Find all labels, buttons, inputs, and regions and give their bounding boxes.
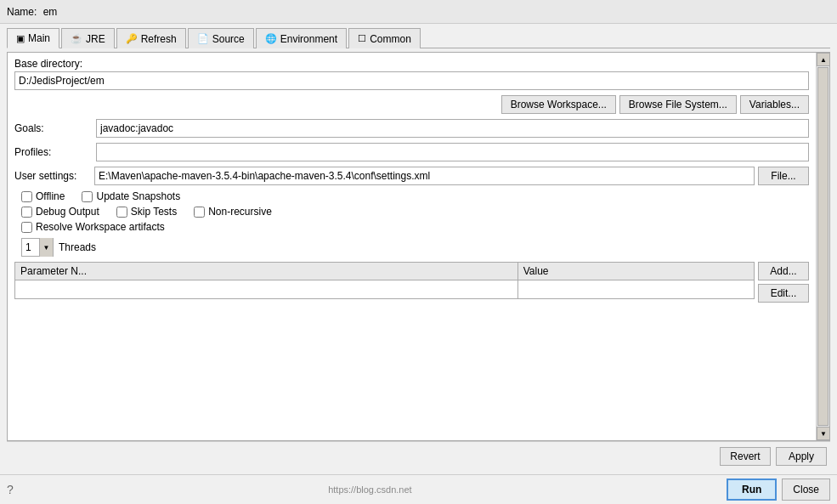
revert-button[interactable]: Revert xyxy=(720,447,771,466)
jre-icon: ☕ xyxy=(71,33,82,44)
source-icon: 📄 xyxy=(197,33,209,44)
skip-tests-checkbox-item[interactable]: Skip Tests xyxy=(116,206,177,218)
browse-buttons-row: Browse Workspace... Browse File System..… xyxy=(14,95,809,114)
dialog-content: ▣ Main ☕ JRE 🔑 Refresh 📄 Source 🌐 Enviro… xyxy=(0,24,837,474)
checkbox-row-1: Offline Update Snapshots xyxy=(21,190,809,202)
profiles-row: Profiles: xyxy=(14,143,809,161)
user-settings-input[interactable] xyxy=(94,167,755,185)
skip-tests-checkbox[interactable] xyxy=(116,207,127,218)
add-button[interactable]: Add... xyxy=(758,262,809,280)
edit-button[interactable]: Edit... xyxy=(758,284,809,303)
offline-label: Offline xyxy=(36,190,65,202)
scrollbar-thumb[interactable] xyxy=(817,67,829,426)
tab-common-label: Common xyxy=(370,33,411,45)
update-snapshots-label: Update Snapshots xyxy=(96,190,180,202)
tab-refresh-label: Refresh xyxy=(141,33,177,45)
tab-environment[interactable]: 🌐 Environment xyxy=(256,28,347,48)
goals-label: Goals: xyxy=(14,122,91,134)
profiles-input[interactable] xyxy=(96,143,809,161)
user-settings-row: User settings: File... xyxy=(14,167,809,185)
scrollbar[interactable]: ▲ ▼ xyxy=(816,53,829,440)
resolve-workspace-checkbox-item[interactable]: Resolve Workspace artifacts xyxy=(21,221,165,233)
file-button[interactable]: File... xyxy=(758,167,809,185)
resolve-workspace-checkbox[interactable] xyxy=(21,222,32,233)
name-static-label: Name: xyxy=(7,6,37,18)
tab-bar: ▣ Main ☕ JRE 🔑 Refresh 📄 Source 🌐 Enviro… xyxy=(7,27,830,48)
bottom-buttons: Revert Apply xyxy=(7,441,830,471)
threads-arrow[interactable]: ▼ xyxy=(39,238,53,257)
close-button[interactable]: Close xyxy=(782,479,830,501)
environment-icon: 🌐 xyxy=(265,33,277,44)
browse-file-system-button[interactable]: Browse File System... xyxy=(619,95,737,114)
table-row-empty xyxy=(15,280,755,299)
params-table-wrap: Parameter N... Value xyxy=(14,262,755,299)
scrollbar-down-button[interactable]: ▼ xyxy=(817,427,830,440)
refresh-icon: 🔑 xyxy=(126,33,138,44)
base-directory-input[interactable] xyxy=(14,71,809,90)
threads-row: 1 ▼ Threads xyxy=(14,238,809,257)
skip-tests-label: Skip Tests xyxy=(131,206,177,218)
resolve-workspace-label: Resolve Workspace artifacts xyxy=(36,221,165,233)
goals-input[interactable] xyxy=(96,119,809,138)
footer-bar: ? https://blog.csdn.net Run Close xyxy=(0,474,837,504)
table-cell-empty-name xyxy=(15,280,518,299)
threads-value: 1 xyxy=(22,241,39,253)
dialog-title-bar: Name: em xyxy=(0,0,837,24)
footer-right-buttons: Run Close xyxy=(727,479,830,501)
dialog: Name: em ▣ Main ☕ JRE 🔑 Refresh 📄 Source xyxy=(0,0,837,504)
profiles-label: Profiles: xyxy=(14,146,91,158)
tab-environment-label: Environment xyxy=(280,33,337,45)
tab-refresh[interactable]: 🔑 Refresh xyxy=(116,28,186,48)
debug-output-checkbox[interactable] xyxy=(21,207,32,218)
params-table: Parameter N... Value xyxy=(14,262,755,299)
update-snapshots-checkbox-item[interactable]: Update Snapshots xyxy=(82,190,180,202)
base-directory-label: Base directory: xyxy=(14,58,809,70)
tab-source[interactable]: 📄 Source xyxy=(188,28,254,48)
threads-label: Threads xyxy=(59,241,96,253)
footer-url: https://blog.csdn.net xyxy=(328,484,411,495)
name-label: Name: em xyxy=(7,6,57,18)
debug-output-checkbox-item[interactable]: Debug Output xyxy=(21,206,99,218)
non-recursive-checkbox[interactable] xyxy=(194,207,205,218)
non-recursive-checkbox-item[interactable]: Non-recursive xyxy=(194,206,272,218)
user-settings-label: User settings: xyxy=(14,170,91,182)
help-icon[interactable]: ? xyxy=(7,483,14,496)
tab-common[interactable]: ☐ Common xyxy=(348,28,421,48)
offline-checkbox-item[interactable]: Offline xyxy=(21,190,65,202)
tab-jre[interactable]: ☕ JRE xyxy=(61,28,115,48)
common-icon: ☐ xyxy=(358,33,366,44)
variables-button[interactable]: Variables... xyxy=(740,95,809,114)
browse-workspace-button[interactable]: Browse Workspace... xyxy=(501,95,616,114)
params-section: Parameter N... Value xyxy=(14,262,809,303)
checkbox-row-3: Resolve Workspace artifacts xyxy=(21,221,809,233)
name-value: em xyxy=(43,6,58,18)
tab-source-label: Source xyxy=(212,33,245,45)
threads-dropdown[interactable]: 1 ▼ xyxy=(21,238,54,257)
base-directory-section: Base directory: xyxy=(14,58,809,90)
offline-checkbox[interactable] xyxy=(21,191,32,202)
update-snapshots-checkbox[interactable] xyxy=(82,191,93,202)
panel-body: Base directory: Browse Workspace... Brow… xyxy=(8,53,816,440)
run-button[interactable]: Run xyxy=(727,479,777,501)
main-panel: Base directory: Browse Workspace... Brow… xyxy=(7,52,830,441)
param-col-value: Value xyxy=(517,263,754,280)
non-recursive-label: Non-recursive xyxy=(208,206,272,218)
table-cell-empty-value xyxy=(517,280,754,299)
tab-main-label: Main xyxy=(28,32,50,44)
checkboxes-section: Offline Update Snapshots Debug Output xyxy=(14,190,809,233)
params-buttons: Add... Edit... xyxy=(758,262,809,303)
checkbox-row-2: Debug Output Skip Tests Non-recursive xyxy=(21,206,809,218)
param-col-name: Parameter N... xyxy=(15,263,518,280)
scrollbar-up-button[interactable]: ▲ xyxy=(817,53,830,66)
tab-jre-label: JRE xyxy=(86,33,105,45)
main-icon: ▣ xyxy=(16,33,25,44)
goals-row: Goals: xyxy=(14,119,809,138)
tab-main[interactable]: ▣ Main xyxy=(7,28,59,48)
debug-output-label: Debug Output xyxy=(36,206,99,218)
apply-button[interactable]: Apply xyxy=(776,447,827,466)
